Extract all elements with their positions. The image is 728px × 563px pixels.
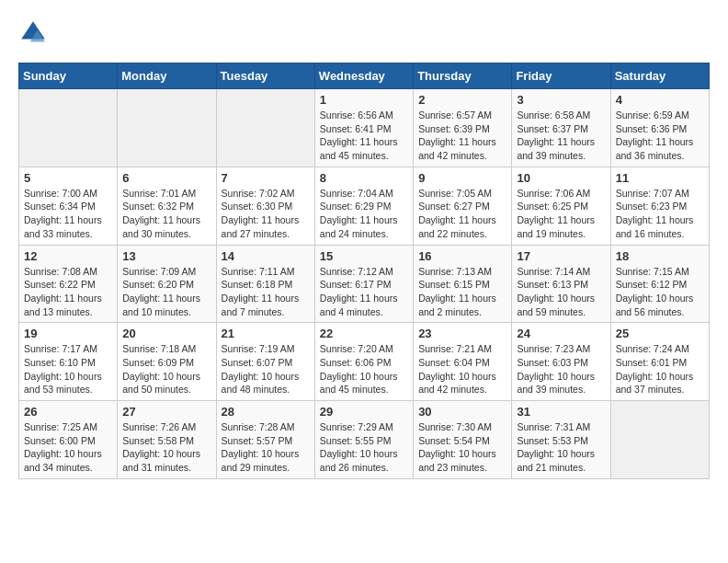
calendar-cell: 12Sunrise: 7:08 AMSunset: 6:22 PMDayligh… <box>19 245 118 323</box>
day-number: 26 <box>24 405 112 419</box>
day-info: Sunrise: 7:13 AMSunset: 6:15 PMDaylight:… <box>418 265 506 319</box>
calendar-cell: 3Sunrise: 6:58 AMSunset: 6:37 PMDaylight… <box>512 89 610 167</box>
day-info: Sunrise: 7:24 AMSunset: 6:01 PMDaylight:… <box>616 342 704 396</box>
calendar-cell: 16Sunrise: 7:13 AMSunset: 6:15 PMDayligh… <box>414 245 512 323</box>
calendar-cell: 14Sunrise: 7:11 AMSunset: 6:18 PMDayligh… <box>216 245 314 323</box>
calendar-cell: 31Sunrise: 7:31 AMSunset: 5:53 PMDayligh… <box>512 401 610 479</box>
day-info: Sunrise: 6:58 AMSunset: 6:37 PMDaylight:… <box>517 109 605 163</box>
calendar-cell <box>610 401 709 479</box>
day-number: 18 <box>616 249 704 263</box>
day-info: Sunrise: 7:14 AMSunset: 6:13 PMDaylight:… <box>517 265 605 319</box>
calendar-cell: 26Sunrise: 7:25 AMSunset: 6:00 PMDayligh… <box>19 401 118 479</box>
day-number: 27 <box>122 405 210 419</box>
calendar-cell: 29Sunrise: 7:29 AMSunset: 5:55 PMDayligh… <box>314 401 413 479</box>
day-number: 16 <box>418 249 506 263</box>
day-info: Sunrise: 7:00 AMSunset: 6:34 PMDaylight:… <box>24 187 112 241</box>
day-info: Sunrise: 7:11 AMSunset: 6:18 PMDaylight:… <box>222 265 310 319</box>
day-info: Sunrise: 7:15 AMSunset: 6:12 PMDaylight:… <box>616 265 704 319</box>
day-info: Sunrise: 7:04 AMSunset: 6:29 PMDaylight:… <box>320 187 408 241</box>
day-info: Sunrise: 6:59 AMSunset: 6:36 PMDaylight:… <box>616 109 704 163</box>
day-number: 12 <box>24 249 112 263</box>
day-header-thursday: Thursday <box>414 63 512 89</box>
day-info: Sunrise: 7:18 AMSunset: 6:09 PMDaylight:… <box>122 342 210 396</box>
day-info: Sunrise: 7:26 AMSunset: 5:58 PMDaylight:… <box>122 420 210 475</box>
day-number: 21 <box>222 327 310 340</box>
calendar-cell <box>19 89 118 167</box>
day-info: Sunrise: 7:25 AMSunset: 6:00 PMDaylight:… <box>24 420 112 475</box>
day-number: 30 <box>418 405 506 419</box>
day-number: 7 <box>222 171 310 185</box>
calendar-cell: 13Sunrise: 7:09 AMSunset: 6:20 PMDayligh… <box>118 245 216 323</box>
calendar-cell: 20Sunrise: 7:18 AMSunset: 6:09 PMDayligh… <box>118 323 216 401</box>
day-info: Sunrise: 7:07 AMSunset: 6:23 PMDaylight:… <box>616 187 704 241</box>
day-number: 23 <box>418 327 506 340</box>
calendar-cell: 24Sunrise: 7:23 AMSunset: 6:03 PMDayligh… <box>512 323 610 401</box>
day-info: Sunrise: 7:21 AMSunset: 6:04 PMDaylight:… <box>418 342 506 396</box>
logo <box>18 18 53 48</box>
calendar-cell: 5Sunrise: 7:00 AMSunset: 6:34 PMDaylight… <box>19 167 118 245</box>
calendar-cell: 27Sunrise: 7:26 AMSunset: 5:58 PMDayligh… <box>118 401 216 479</box>
calendar-cell: 7Sunrise: 7:02 AMSunset: 6:30 PMDaylight… <box>216 167 314 245</box>
day-number: 31 <box>517 405 605 419</box>
day-header-wednesday: Wednesday <box>314 63 413 89</box>
day-info: Sunrise: 7:19 AMSunset: 6:07 PMDaylight:… <box>222 342 310 396</box>
day-info: Sunrise: 7:05 AMSunset: 6:27 PMDaylight:… <box>418 187 506 241</box>
day-info: Sunrise: 7:01 AMSunset: 6:32 PMDaylight:… <box>122 187 210 241</box>
day-number: 1 <box>320 93 408 107</box>
day-info: Sunrise: 7:31 AMSunset: 5:53 PMDaylight:… <box>517 420 605 475</box>
logo-icon <box>18 18 48 48</box>
day-header-sunday: Sunday <box>19 63 118 89</box>
day-info: Sunrise: 7:28 AMSunset: 5:57 PMDaylight:… <box>222 420 310 475</box>
day-info: Sunrise: 7:17 AMSunset: 6:10 PMDaylight:… <box>24 342 112 396</box>
day-number: 22 <box>320 327 408 340</box>
day-number: 28 <box>222 405 310 419</box>
day-number: 24 <box>517 327 605 340</box>
day-header-tuesday: Tuesday <box>216 63 314 89</box>
day-header-friday: Friday <box>512 63 610 89</box>
calendar-cell: 28Sunrise: 7:28 AMSunset: 5:57 PMDayligh… <box>216 401 314 479</box>
day-number: 2 <box>418 93 506 107</box>
day-number: 3 <box>517 93 605 107</box>
calendar-cell: 8Sunrise: 7:04 AMSunset: 6:29 PMDaylight… <box>314 167 413 245</box>
day-number: 19 <box>24 327 112 340</box>
day-number: 15 <box>320 249 408 263</box>
calendar-cell: 21Sunrise: 7:19 AMSunset: 6:07 PMDayligh… <box>216 323 314 401</box>
day-number: 8 <box>320 171 408 185</box>
day-info: Sunrise: 6:57 AMSunset: 6:39 PMDaylight:… <box>418 109 506 163</box>
day-info: Sunrise: 7:30 AMSunset: 5:54 PMDaylight:… <box>418 420 506 475</box>
day-info: Sunrise: 7:08 AMSunset: 6:22 PMDaylight:… <box>24 265 112 319</box>
day-info: Sunrise: 7:09 AMSunset: 6:20 PMDaylight:… <box>122 265 210 319</box>
calendar-week-row: 26Sunrise: 7:25 AMSunset: 6:00 PMDayligh… <box>19 401 710 479</box>
day-info: Sunrise: 7:12 AMSunset: 6:17 PMDaylight:… <box>320 265 408 319</box>
calendar-cell: 10Sunrise: 7:06 AMSunset: 6:25 PMDayligh… <box>512 167 610 245</box>
calendar-cell: 25Sunrise: 7:24 AMSunset: 6:01 PMDayligh… <box>610 323 709 401</box>
day-number: 10 <box>517 171 605 185</box>
calendar-week-row: 19Sunrise: 7:17 AMSunset: 6:10 PMDayligh… <box>19 323 710 401</box>
calendar-cell: 4Sunrise: 6:59 AMSunset: 6:36 PMDaylight… <box>610 89 709 167</box>
calendar-cell: 2Sunrise: 6:57 AMSunset: 6:39 PMDaylight… <box>414 89 512 167</box>
calendar-cell: 15Sunrise: 7:12 AMSunset: 6:17 PMDayligh… <box>314 245 413 323</box>
page-header <box>18 18 710 48</box>
calendar-cell: 18Sunrise: 7:15 AMSunset: 6:12 PMDayligh… <box>610 245 709 323</box>
calendar-cell: 19Sunrise: 7:17 AMSunset: 6:10 PMDayligh… <box>19 323 118 401</box>
calendar-cell: 11Sunrise: 7:07 AMSunset: 6:23 PMDayligh… <box>610 167 709 245</box>
day-number: 6 <box>122 171 210 185</box>
day-header-monday: Monday <box>118 63 216 89</box>
day-number: 11 <box>616 171 704 185</box>
calendar-cell: 22Sunrise: 7:20 AMSunset: 6:06 PMDayligh… <box>314 323 413 401</box>
day-info: Sunrise: 6:56 AMSunset: 6:41 PMDaylight:… <box>320 109 408 163</box>
day-info: Sunrise: 7:02 AMSunset: 6:30 PMDaylight:… <box>222 187 310 241</box>
calendar-week-row: 1Sunrise: 6:56 AMSunset: 6:41 PMDaylight… <box>19 89 710 167</box>
day-number: 13 <box>122 249 210 263</box>
calendar-week-row: 5Sunrise: 7:00 AMSunset: 6:34 PMDaylight… <box>19 167 710 245</box>
day-number: 4 <box>616 93 704 107</box>
calendar-week-row: 12Sunrise: 7:08 AMSunset: 6:22 PMDayligh… <box>19 245 710 323</box>
day-info: Sunrise: 7:29 AMSunset: 5:55 PMDaylight:… <box>320 420 408 475</box>
day-number: 25 <box>616 327 704 340</box>
calendar-cell: 6Sunrise: 7:01 AMSunset: 6:32 PMDaylight… <box>118 167 216 245</box>
day-number: 14 <box>222 249 310 263</box>
day-number: 17 <box>517 249 605 263</box>
day-number: 29 <box>320 405 408 419</box>
day-number: 9 <box>418 171 506 185</box>
calendar-cell: 1Sunrise: 6:56 AMSunset: 6:41 PMDaylight… <box>314 89 413 167</box>
